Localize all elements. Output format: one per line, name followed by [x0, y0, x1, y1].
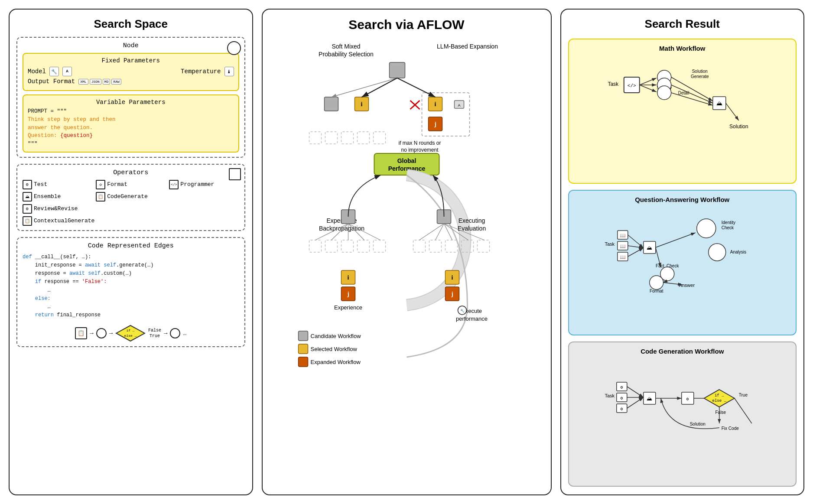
- op-format: ◇ Format: [96, 180, 166, 189]
- svg-text:Expanded Workflow: Expanded Workflow: [310, 359, 361, 365]
- arrow2: →: [109, 330, 113, 337]
- arrow1: →: [90, 330, 93, 337]
- svg-text:⚙: ⚙: [620, 407, 623, 412]
- aflow-diagram: Soft Mixed Probability Selection LLM-Bas…: [270, 36, 544, 435]
- svg-text:i: i: [347, 274, 349, 281]
- svg-line-95: [671, 77, 712, 101]
- svg-text:Task: Task: [605, 241, 615, 247]
- fmt-json: JSON: [90, 79, 101, 85]
- fmt-md: MD: [103, 79, 111, 85]
- code-diag-sq: 📋: [75, 327, 87, 339]
- svg-rect-40: [325, 240, 337, 252]
- svg-line-97: [671, 93, 712, 105]
- prompt-line3: Question:: [28, 133, 60, 139]
- op-test-label: Test: [34, 181, 47, 188]
- svg-line-151: [734, 398, 751, 423]
- node-circle: [227, 41, 241, 55]
- contextual-icon: 📋: [23, 216, 32, 226]
- output-format-label: Output Format: [28, 78, 75, 85]
- svg-text:⛰: ⛰: [716, 100, 722, 107]
- qa-workflow-card: Question-Answering Workflow Task 📖 📖 📖 ⛰: [568, 190, 797, 335]
- svg-rect-24: [373, 132, 385, 144]
- svg-text:Probability Selection: Probability Selection: [319, 51, 374, 58]
- svg-text:⚙: ⚙: [620, 396, 623, 401]
- svg-rect-78: [298, 357, 308, 367]
- svg-line-100: [725, 103, 738, 120]
- operators-title: Operators: [23, 169, 239, 176]
- op-contextual-label: ContextualGenerate: [34, 218, 94, 224]
- prompt-code: PROMPT = """ Think step by step and then…: [28, 107, 234, 148]
- middle-title: Search via AFLOW: [270, 17, 544, 32]
- svg-text:⚙: ⚙: [620, 385, 623, 390]
- svg-text:False: False: [715, 410, 726, 415]
- svg-text:if max N rounds or: if max N rounds or: [398, 140, 441, 146]
- svg-text:if …: if …: [714, 393, 724, 398]
- codegen-icon: 📋: [96, 192, 105, 202]
- op-test: ⚙ Test: [23, 180, 92, 189]
- anthropic-icon: A: [62, 67, 72, 76]
- svg-line-27: [397, 78, 435, 97]
- test-icon: ⚙: [23, 180, 32, 189]
- left-panel: Search Space Node Fixed Parameters Model…: [9, 9, 253, 495]
- svg-line-70: [435, 224, 444, 240]
- svg-text:Answer: Answer: [679, 283, 695, 288]
- code-block: def __call__(self, …): init_response = a…: [23, 253, 239, 320]
- ensemble-icon: ⛰: [23, 192, 32, 202]
- math-workflow-svg: Task </> Simplify Refine Detail Solution…: [574, 55, 791, 142]
- svg-text:i: i: [361, 101, 362, 107]
- svg-rect-55: [477, 240, 489, 252]
- svg-text:Analysis: Analysis: [730, 250, 746, 254]
- svg-rect-23: [357, 132, 369, 144]
- svg-line-112: [628, 248, 643, 257]
- svg-rect-21: [325, 132, 337, 144]
- false-label: False: [148, 328, 161, 333]
- svg-rect-76: [298, 344, 308, 354]
- svg-text:⛰: ⛰: [647, 396, 652, 402]
- svg-text:i: i: [451, 274, 453, 281]
- fixed-params-box: Fixed Parameters Model 🔧 A Temperature 🌡…: [23, 53, 239, 91]
- fmt-raw: RAW: [111, 79, 121, 85]
- fmt-xml: XML: [78, 79, 88, 85]
- svg-text:Task: Task: [605, 393, 615, 398]
- middle-panel: Search via AFLOW Soft Mixed Probability …: [262, 9, 552, 495]
- op-codegen: 📋 CodeGenerate: [96, 192, 239, 202]
- qa-workflow-svg: Task 📖 📖 📖 ⛰ Identity Check Fact_Check: [574, 207, 791, 293]
- svg-rect-20: [309, 132, 321, 144]
- review-icon: ⚙: [23, 204, 32, 214]
- svg-rect-9: [389, 62, 405, 78]
- qa-workflow-title: Question-Answering Workflow: [574, 196, 791, 203]
- svg-line-139: [627, 397, 643, 408]
- svg-line-115: [655, 233, 695, 247]
- svg-rect-43: [373, 240, 385, 252]
- svg-line-84: [639, 78, 656, 85]
- svg-text:LLM-Based Expansion: LLM-Based Expansion: [437, 43, 498, 50]
- model-row: Model 🔧 A Temperature 🌡: [28, 67, 234, 76]
- svg-point-123: [649, 276, 663, 289]
- node-section: Node Fixed Parameters Model 🔧 A Temperat…: [16, 37, 245, 158]
- svg-rect-53: [445, 240, 457, 252]
- prompt-line2: answer the question.: [28, 125, 93, 131]
- op-contextual: 📋 ContextualGenerate: [23, 216, 239, 226]
- format-icon: ◇: [96, 180, 105, 189]
- svg-text:Candidate Workflow: Candidate Workflow: [310, 333, 361, 339]
- right-title: Search Result: [568, 17, 797, 31]
- code-diag-circle2: [170, 328, 180, 338]
- svg-point-121: [708, 244, 725, 261]
- svg-line-69: [419, 224, 444, 240]
- variable-params-box: Variable Parameters PROMPT = """ Think s…: [23, 94, 239, 153]
- op-programmer-label: Programmer: [180, 181, 214, 188]
- svg-text:Global: Global: [397, 157, 416, 164]
- node-section-title: Node: [23, 42, 239, 49]
- operators-grid: ⚙ Test ◇ Format </> Programmer ⛰ Ensembl…: [23, 180, 239, 226]
- model-label: Model: [28, 68, 46, 75]
- op-review-label: Review&Revise: [34, 205, 78, 212]
- diamond-labels: False True: [148, 328, 161, 338]
- operator-square: [229, 168, 241, 180]
- format-icons: XML JSON MD RAW: [78, 79, 121, 85]
- svg-line-25: [331, 78, 397, 97]
- svg-text:performance: performance: [456, 315, 488, 322]
- svg-text:Selected Workflow: Selected Workflow: [310, 346, 357, 352]
- svg-rect-74: [298, 331, 308, 341]
- svg-text:Experience: Experience: [334, 304, 362, 311]
- svg-text:else …: else …: [124, 334, 137, 338]
